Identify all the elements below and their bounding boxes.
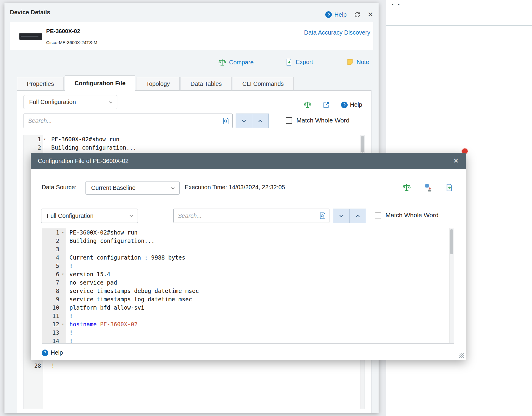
- refresh-icon[interactable]: [354, 11, 361, 18]
- modal-title: Configuration File of PE-3600X-02: [38, 158, 129, 164]
- chevron-down-icon: [129, 213, 134, 218]
- vertical-scrollbar[interactable]: [449, 228, 454, 343]
- config-view-select[interactable]: Full Configuration: [41, 209, 138, 223]
- help-icon: [325, 11, 332, 18]
- code-line: 1▾PE-3600X-02#show run: [42, 228, 454, 237]
- match-whole-word-checkbox[interactable]: [286, 117, 292, 124]
- window-titlebar: Device Details Help: [4, 3, 379, 22]
- line-number: 2: [24, 144, 41, 151]
- code-line: 6▾version 15.4: [42, 270, 454, 278]
- search-input[interactable]: [24, 114, 232, 128]
- data-source-select[interactable]: Current Baseline: [85, 181, 180, 195]
- scales-icon: [218, 58, 226, 66]
- match-whole-word-option: Match Whole Word: [286, 117, 349, 124]
- device-name: PE-3600X-02: [46, 28, 80, 35]
- line-number: 1: [42, 229, 59, 236]
- code-line: 12▾hostname PE-3600X-02: [42, 320, 454, 328]
- line-number: 8: [42, 288, 59, 294]
- code-line: 10platform bfd allow-svi: [42, 303, 454, 312]
- data-source-select-value: Current Baseline: [91, 184, 136, 191]
- code-line: 7no service pad: [42, 278, 454, 287]
- line-number: 14: [42, 338, 59, 344]
- line-number: 7: [42, 279, 59, 286]
- data-sync-icon[interactable]: [424, 183, 432, 192]
- tab-cli-commands[interactable]: CLI Commands: [233, 77, 294, 90]
- fold-toggle-icon[interactable]: ▾: [59, 272, 66, 276]
- tab-data-tables[interactable]: Data Tables: [181, 77, 231, 90]
- code-line: 5!: [42, 262, 454, 270]
- config-view-select[interactable]: Full Configuration: [24, 95, 117, 109]
- code-line: 11!: [42, 312, 454, 320]
- panel-collapse-handle[interactable]: - -: [392, 1, 401, 7]
- main-code-lines: 1▾PE-3600X-02#show run2Building configur…: [24, 135, 365, 152]
- match-whole-word-checkbox[interactable]: [375, 212, 381, 218]
- help-label: Help: [350, 101, 362, 108]
- help-icon: [42, 350, 48, 356]
- code-line: 2Building configuration...: [24, 143, 365, 152]
- find-next-button[interactable]: [333, 209, 350, 223]
- device-model: Cisco-ME-3600X-24TS-M: [46, 40, 97, 45]
- help-label: Help: [51, 349, 63, 356]
- export-button[interactable]: Export: [285, 58, 313, 66]
- line-number: 11: [42, 313, 59, 319]
- configuration-file-modal: Configuration File of PE-3600X-02 Data S…: [31, 153, 466, 360]
- search-in-document-icon[interactable]: [222, 117, 229, 125]
- scrollbar-thumb[interactable]: [361, 136, 364, 153]
- find-next-button[interactable]: [236, 114, 252, 128]
- code-line: 2Building configuration...: [42, 237, 454, 245]
- find-previous-button[interactable]: [349, 209, 366, 223]
- code-line: 3: [42, 245, 454, 253]
- match-whole-word-option: Match Whole Word: [375, 212, 438, 219]
- find-previous-button[interactable]: [252, 114, 269, 128]
- config-search-field: [24, 114, 233, 128]
- tab-configuration-file[interactable]: Configuration File: [65, 75, 135, 91]
- help-icon: [341, 102, 348, 108]
- chevron-down-icon: [338, 213, 345, 219]
- config-view-select-value: Full Configuration: [29, 99, 76, 105]
- modal-code-lines: 1▾PE-3600X-02#show run2Building configur…: [42, 228, 454, 344]
- modal-header: Configuration File of PE-3600X-02: [31, 153, 466, 169]
- line-number: 9: [42, 296, 59, 302]
- close-icon[interactable]: [368, 11, 373, 18]
- compare-button[interactable]: Compare: [218, 58, 253, 66]
- export-file-icon[interactable]: [445, 184, 453, 192]
- fold-toggle-icon[interactable]: ▾: [41, 137, 48, 141]
- fold-toggle-icon[interactable]: ▾: [59, 322, 66, 326]
- code-line: 28 !: [24, 361, 365, 370]
- config-view-select-value: Full Configuration: [47, 212, 94, 219]
- help-label: Help: [334, 11, 346, 18]
- execution-time-value: 14/03/2024, 22:32:05: [229, 184, 285, 190]
- tabs: PropertiesConfiguration FileTopologyData…: [17, 75, 295, 91]
- scrollbar-thumb[interactable]: [450, 229, 453, 254]
- line-number: 6: [42, 271, 59, 277]
- search-in-document-icon[interactable]: [319, 212, 326, 219]
- line-number: 10: [42, 304, 59, 311]
- tab-topology[interactable]: Topology: [136, 77, 180, 90]
- help-button[interactable]: Help: [325, 11, 346, 18]
- config-search-field: [173, 209, 329, 223]
- tab-properties[interactable]: Properties: [17, 77, 64, 90]
- compare-config-icon[interactable]: [304, 101, 311, 108]
- actions-row: Compare Export Note: [4, 58, 379, 70]
- line-number: 5: [42, 263, 59, 269]
- chevron-down-icon: [108, 100, 113, 105]
- compare-label: Compare: [229, 59, 253, 66]
- search-input[interactable]: [174, 209, 329, 223]
- data-accuracy-discovery-link[interactable]: Data Accuracy Discovery: [304, 29, 370, 36]
- modal-help-button[interactable]: Help: [42, 349, 63, 356]
- panel-help-button[interactable]: Help: [341, 101, 362, 108]
- compare-config-icon[interactable]: [402, 183, 411, 192]
- note-button[interactable]: Note: [346, 58, 369, 66]
- code-line: 9service timestamps log datetime msec: [42, 295, 454, 303]
- line-number: 13: [42, 329, 59, 336]
- export-icon: [285, 58, 293, 66]
- execution-time-label: Execution Time:: [185, 184, 227, 190]
- window-title: Device Details: [10, 9, 50, 16]
- resize-handle[interactable]: [459, 353, 464, 358]
- open-in-new-window-icon[interactable]: [323, 101, 330, 108]
- device-header: PE-3600X-02 Cisco-ME-3600X-24TS-M Data A…: [10, 22, 373, 50]
- code-line: 4Current configuration : 9988 bytes: [42, 253, 454, 262]
- export-label: Export: [296, 59, 313, 66]
- close-icon[interactable]: [453, 157, 459, 165]
- fold-toggle-icon[interactable]: ▾: [59, 230, 66, 235]
